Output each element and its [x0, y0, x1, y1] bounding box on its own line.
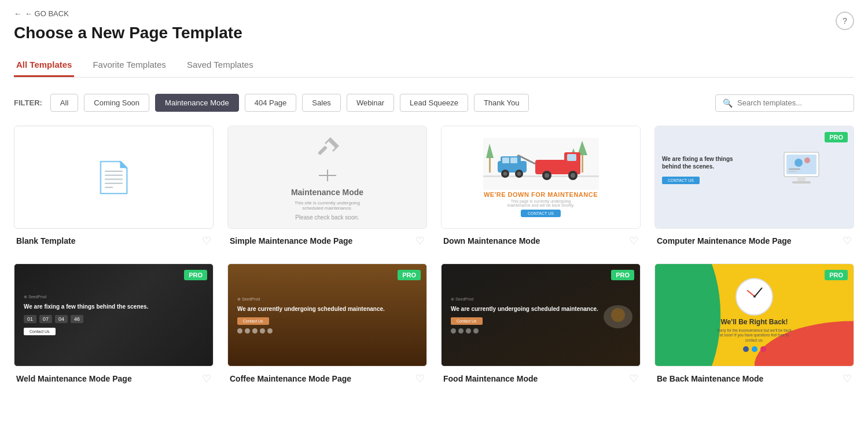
- weld-logo: ⊕ SeedProd: [24, 295, 46, 299]
- heart-icon-beback-maintenance[interactable]: ♡: [843, 372, 852, 385]
- svg-rect-18: [502, 157, 509, 163]
- svg-rect-13: [567, 154, 576, 161]
- down-headline: WE'RE DOWN FOR MAINTENANCE: [484, 191, 598, 198]
- food-logo: ⊕ SeedProd: [451, 297, 473, 302]
- coffee-title-text: We are currently undergoing scheduled ma…: [237, 305, 385, 313]
- filter-btn-maintenance-mode[interactable]: Maintenance Mode: [155, 94, 239, 112]
- filter-btn-coming-soon[interactable]: Coming Soon: [84, 94, 149, 112]
- template-name-food-maintenance: Food Maintenance Mode: [443, 374, 538, 383]
- tab-all-templates[interactable]: All Templates: [14, 54, 74, 77]
- template-card-simple-maintenance[interactable]: Maintenance Mode This site is currently …: [227, 126, 427, 250]
- svg-rect-19: [510, 157, 517, 163]
- filter-btn-webinar[interactable]: Webinar: [347, 94, 394, 112]
- filter-btn-all[interactable]: All: [50, 94, 78, 112]
- simple-maintenance-sub2: Please check back soon.: [295, 214, 359, 221]
- template-footer-computer-maintenance: Computer Maintenance Mode Page ♡: [654, 229, 854, 250]
- svg-point-23: [571, 173, 575, 178]
- template-name-down-maintenance: Down Maintenance Mode: [443, 236, 540, 246]
- template-name-beback-maintenance: Be Back Maintenance Mode: [657, 374, 763, 383]
- template-footer-coffee-maintenance: Coffee Maintenance Mode Page ♡: [227, 367, 427, 387]
- heart-icon-coffee-maintenance[interactable]: ♡: [415, 372, 425, 385]
- pro-badge-computer: PRO: [825, 132, 848, 142]
- tab-saved-templates[interactable]: Saved Templates: [185, 54, 256, 77]
- go-back-link[interactable]: ← ← GO BACK: [14, 9, 854, 18]
- svg-rect-6: [582, 152, 583, 173]
- template-thumb-coffee-maintenance: PRO ⊕ SeedProd We are currently undergoi…: [227, 263, 427, 367]
- template-card-beback-maintenance[interactable]: PRO We'll Be Right Back! Sorry for the i…: [654, 263, 854, 387]
- template-card-food-maintenance[interactable]: PRO ⊕ SeedProd We are currently undergoi…: [441, 263, 641, 387]
- computer-contact-btn: CONTACT US: [662, 177, 700, 184]
- heart-icon-food-maintenance[interactable]: ♡: [629, 372, 638, 385]
- computer-title-text: We are fixing a few things behind the sc…: [662, 155, 752, 170]
- filter-btn-lead-squeeze[interactable]: Lead Squeeze: [400, 94, 468, 112]
- svg-point-32: [795, 159, 803, 167]
- template-card-computer-maintenance[interactable]: PRO SeedProd We are fixing a few things …: [654, 126, 854, 250]
- template-name-computer-maintenance: Computer Maintenance Mode Page: [657, 236, 792, 246]
- heart-icon-computer-maintenance[interactable]: ♡: [843, 235, 852, 247]
- template-footer-simple-maintenance: Simple Maintenance Mode Page ♡: [227, 229, 427, 250]
- down-contact-btn: CONTACT US: [521, 210, 561, 217]
- go-back-text: ← GO BACK: [25, 9, 69, 18]
- coffee-logo: ⊕ SeedProd: [237, 297, 260, 302]
- go-back-arrow: ←: [14, 9, 21, 18]
- search-box: 🔍: [715, 94, 854, 112]
- heart-icon-weld-maintenance[interactable]: ♡: [202, 372, 211, 385]
- template-card-weld-maintenance[interactable]: PRO ⊕ SeedProd We are fixing a few thing…: [14, 263, 214, 387]
- svg-rect-0: [318, 145, 328, 155]
- tabs-bar: All Templates Favorite Templates Saved T…: [14, 54, 854, 78]
- templates-grid: 📄 Blank Template ♡: [14, 126, 854, 387]
- coffee-contact-btn: Contact Us: [237, 317, 269, 325]
- search-icon: 🔍: [723, 98, 733, 108]
- heart-icon-simple-maintenance[interactable]: ♡: [415, 235, 425, 247]
- filter-row: FILTER: All Coming Soon Maintenance Mode…: [14, 94, 854, 112]
- template-footer-weld-maintenance: Weld Maintenance Mode Page ♡: [14, 367, 214, 387]
- filter-btn-sales[interactable]: Sales: [302, 94, 341, 112]
- template-thumb-computer-maintenance: PRO SeedProd We are fixing a few things …: [654, 126, 854, 229]
- template-card-down-maintenance[interactable]: WE'RE DOWN FOR MAINTENANCE This page is …: [441, 126, 641, 250]
- template-thumb-blank: 📄: [14, 126, 214, 229]
- filter-btn-thank-you[interactable]: Thank You: [474, 94, 529, 112]
- template-name-weld-maintenance: Weld Maintenance Mode Page: [16, 374, 132, 383]
- weld-title-text: We are fixing a few things behind the sc…: [24, 303, 148, 310]
- svg-point-27: [517, 171, 521, 175]
- template-card-blank[interactable]: 📄 Blank Template ♡: [14, 126, 214, 250]
- template-thumb-beback-maintenance: PRO We'll Be Right Back! Sorry for the i…: [654, 263, 854, 367]
- template-name-blank: Blank Template: [16, 236, 75, 246]
- svg-rect-31: [792, 181, 811, 184]
- template-thumb-down-maintenance: WE'RE DOWN FOR MAINTENANCE This page is …: [441, 126, 641, 229]
- heart-icon-blank[interactable]: ♡: [202, 235, 211, 247]
- search-input[interactable]: [737, 98, 847, 107]
- filter-btn-404[interactable]: 404 Page: [245, 94, 297, 112]
- svg-rect-34: [789, 168, 800, 170]
- blank-page-icon: 📄: [95, 160, 133, 195]
- weld-contact-btn: Contact Us: [24, 328, 56, 335]
- svg-point-21: [545, 173, 549, 178]
- template-footer-blank: Blank Template ♡: [14, 229, 214, 250]
- beback-title-text: We'll Be Right Back!: [721, 318, 788, 326]
- template-thumb-simple-maintenance: Maintenance Mode This site is currently …: [227, 126, 427, 229]
- tab-favorite-templates[interactable]: Favorite Templates: [90, 54, 168, 77]
- svg-rect-30: [797, 177, 806, 181]
- svg-rect-10: [483, 175, 599, 177]
- heart-icon-down-maintenance[interactable]: ♡: [629, 235, 638, 247]
- simple-maintenance-sub: This site is currently undergoing schedu…: [293, 200, 362, 211]
- filter-label: FILTER:: [14, 98, 42, 107]
- beback-sub-text: Sorry for the inconvenience but we'll be…: [717, 328, 792, 343]
- help-icon: ?: [843, 16, 847, 25]
- template-thumb-weld-maintenance: PRO ⊕ SeedProd We are fixing a few thing…: [14, 263, 214, 367]
- page-title: Choose a New Page Template: [14, 24, 854, 42]
- svg-point-33: [804, 157, 810, 163]
- svg-point-25: [503, 171, 507, 175]
- template-card-coffee-maintenance[interactable]: PRO ⊕ SeedProd We are currently undergoi…: [227, 263, 427, 387]
- down-sub: This page is currently undergoing mainte…: [500, 199, 581, 207]
- help-button[interactable]: ?: [836, 12, 854, 30]
- svg-rect-35: [789, 171, 797, 172]
- food-contact-btn: Contact Us: [451, 317, 483, 325]
- template-thumb-food-maintenance: PRO ⊕ SeedProd We are currently undergoi…: [441, 263, 641, 367]
- template-footer-food-maintenance: Food Maintenance Mode ♡: [441, 367, 641, 387]
- food-title-text: We are currently undergoing scheduled ma…: [451, 305, 598, 313]
- template-name-coffee-maintenance: Coffee Maintenance Mode Page: [230, 374, 351, 383]
- template-footer-down-maintenance: Down Maintenance Mode ♡: [441, 229, 641, 250]
- simple-maintenance-title: Maintenance Mode: [291, 188, 363, 197]
- template-footer-beback-maintenance: Be Back Maintenance Mode ♡: [654, 367, 854, 387]
